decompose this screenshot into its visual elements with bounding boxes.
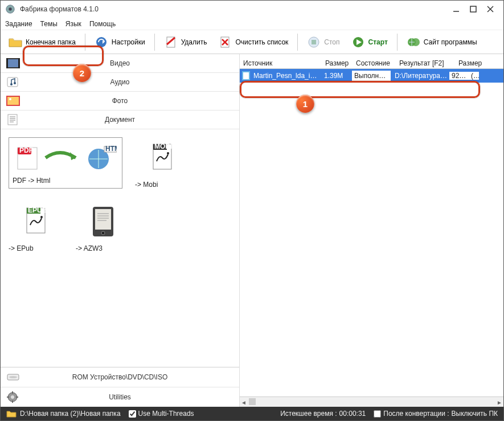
category-audio[interactable]: Аудио — [1, 73, 239, 91]
close-button[interactable] — [482, 2, 499, 16]
after-convert-checkbox[interactable] — [374, 410, 381, 418]
category-audio-label: Аудио — [23, 78, 239, 86]
scroll-left-icon[interactable]: ◄ — [240, 398, 248, 406]
svg-point-24 — [10, 83, 13, 85]
tile-azw3[interactable]: -> AZW3 — [76, 201, 130, 252]
settings-button[interactable]: Настройки — [90, 33, 150, 51]
col-state[interactable]: Состояние — [353, 59, 396, 67]
svg-rect-14 — [312, 40, 316, 44]
status-path[interactable]: D:\Новая папка (2)\Новая папка — [20, 410, 121, 418]
svg-rect-61 — [243, 72, 249, 79]
site-label: Сайт программы — [424, 38, 477, 46]
category-document[interactable]: Документ — [1, 111, 239, 129]
tile-epub-label: -> EPub — [9, 244, 34, 252]
svg-rect-22 — [18, 58, 20, 68]
photo-icon — [6, 94, 23, 108]
window-title: Фабрика форматов 4.1.0 — [20, 5, 448, 13]
multi-threads-check[interactable]: Use Multi-Threads — [129, 410, 194, 418]
left-panel: Видео Аудио Фото Документ — [1, 54, 240, 407]
scroll-right-icon[interactable]: ► — [495, 398, 503, 406]
settings-icon — [95, 35, 108, 49]
status-path-group: D:\Новая папка (2)\Новая папка — [6, 410, 121, 418]
svg-rect-50 — [95, 209, 111, 230]
svg-point-57 — [9, 376, 17, 378]
mobi-icon: MOBI — [135, 137, 190, 178]
svg-rect-21 — [6, 58, 8, 68]
clear-label: Очистить список — [235, 38, 288, 46]
file-dest: D:\Литература\... — [392, 72, 449, 80]
pdf-html-icon: PDF HTML — [13, 141, 118, 174]
svg-rect-27 — [7, 97, 19, 105]
toolbar-separator — [154, 34, 155, 51]
stop-icon — [307, 35, 321, 49]
menu-lang[interactable]: Язык — [65, 20, 81, 28]
menu-help[interactable]: Помощь — [89, 20, 116, 28]
output-folder-button[interactable]: Конечная папка — [4, 33, 80, 51]
svg-point-25 — [14, 82, 16, 84]
scroll-thumb[interactable] — [249, 398, 256, 405]
multi-threads-label: Use Multi-Threads — [138, 410, 194, 418]
output-folder-label: Конечная папка — [26, 38, 76, 46]
azw3-icon — [76, 201, 130, 242]
multi-threads-checkbox[interactable] — [129, 410, 136, 418]
category-rom-label: ROM Устройство\DVD\CD\ISO — [23, 373, 239, 381]
svg-point-48 — [40, 216, 43, 218]
tile-pdf-html[interactable]: PDF HTML PDF -> Html — [9, 137, 122, 189]
delete-label: Удалить — [181, 38, 207, 46]
rom-icon — [6, 370, 23, 384]
tile-azw3-label: -> AZW3 — [76, 244, 103, 252]
file-row[interactable]: Martin_Pesn_lda_i_pl... 1.39M Выполнено … — [240, 69, 503, 83]
delete-icon — [164, 35, 178, 49]
file-state: Выполнено — [351, 70, 391, 81]
file-name: Martin_Pesn_lda_i_pl... — [251, 72, 322, 80]
after-convert-value: Выключить ПК — [452, 410, 498, 418]
svg-point-1 — [9, 7, 11, 10]
col-size2[interactable]: Размер — [455, 59, 483, 67]
svg-point-44 — [167, 152, 169, 154]
utilities-icon — [6, 390, 23, 404]
category-photo[interactable]: Фото — [1, 92, 239, 110]
svg-point-6 — [96, 37, 106, 47]
site-button[interactable]: Сайт программы — [402, 33, 482, 51]
svg-text:PDF: PDF — [19, 146, 33, 154]
status-folder-icon — [6, 410, 17, 418]
svg-rect-23 — [7, 77, 18, 87]
minimize-button[interactable] — [448, 2, 465, 16]
app-icon — [5, 4, 15, 14]
svg-rect-20 — [7, 59, 19, 67]
toolbar-separator — [297, 34, 298, 51]
category-utilities[interactable]: Utilities — [1, 387, 239, 407]
clear-button[interactable]: Очистить список — [214, 33, 293, 51]
stop-button[interactable]: Стоп — [302, 33, 344, 51]
after-convert-check[interactable]: После конвертации : Выключить ПК — [374, 410, 498, 418]
tile-epub[interactable]: EPUB -> EPub — [9, 201, 63, 252]
horizontal-scrollbar[interactable]: ◄ ► — [240, 397, 503, 407]
menubar: Задание Темы Язык Помощь — [1, 18, 503, 30]
svg-point-59 — [11, 395, 14, 399]
statusbar: D:\Новая папка (2)\Новая папка Use Multi… — [1, 407, 503, 420]
category-document-label: Документ — [23, 116, 239, 124]
video-icon — [6, 56, 23, 70]
tile-mobi[interactable]: MOBI -> Mobi — [135, 137, 190, 189]
delete-button[interactable]: Удалить — [159, 33, 212, 51]
start-button[interactable]: Старт — [347, 33, 392, 51]
col-result[interactable]: Результат [F2] — [396, 59, 455, 67]
category-rom[interactable]: ROM Устройство\DVD\CD\ISO — [1, 367, 239, 387]
tile-mobi-label: -> Mobi — [135, 181, 158, 189]
menu-themes[interactable]: Темы — [40, 20, 58, 28]
menu-task[interactable]: Задание — [5, 20, 32, 28]
svg-rect-3 — [470, 6, 476, 12]
col-size[interactable]: Размер — [322, 59, 353, 67]
globe-icon — [407, 35, 420, 49]
bottom-categories: ROM Устройство\DVD\CD\ISO Utilities — [1, 367, 239, 407]
toolbar-separator — [85, 34, 85, 51]
svg-point-51 — [101, 231, 105, 235]
toolbar-separator — [397, 34, 398, 51]
col-source[interactable]: Источник — [240, 59, 322, 67]
tile-pdf-html-label: PDF -> Html — [13, 177, 50, 185]
epub-icon: EPUB — [9, 201, 63, 242]
category-video-label: Видео — [23, 59, 239, 67]
right-panel: Источник Размер Состояние Результат [F2]… — [240, 54, 503, 407]
category-video[interactable]: Видео — [1, 54, 239, 72]
maximize-button[interactable] — [465, 2, 482, 16]
